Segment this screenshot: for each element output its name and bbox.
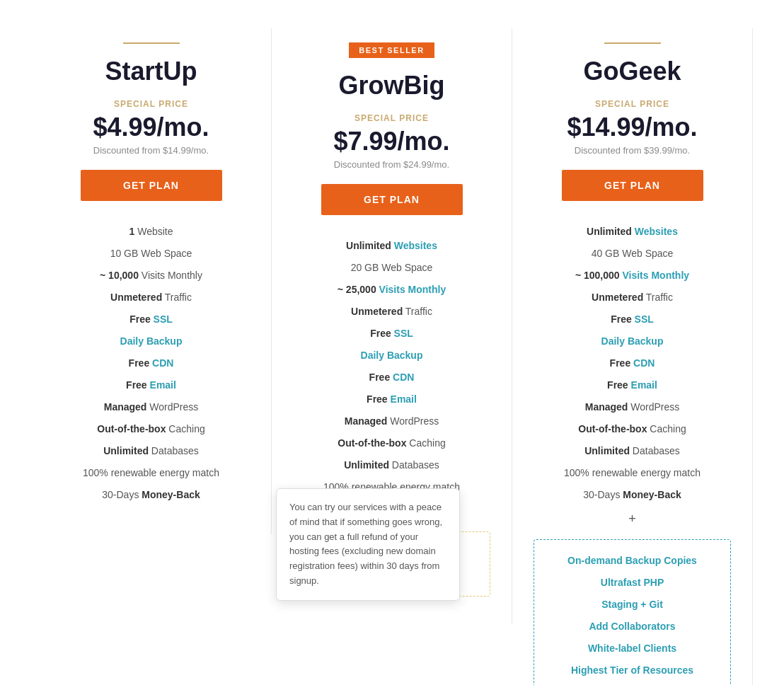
- plus-sign: +: [534, 506, 731, 532]
- feature-email: Free Email: [52, 374, 250, 396]
- feature-wordpress: Managed WordPress: [293, 410, 490, 432]
- discounted-from: Discounted from $39.99/mo.: [534, 145, 731, 156]
- price: $4.99/mo.: [52, 113, 250, 142]
- feature-moneyback: 30-Days Money-Back: [534, 484, 731, 506]
- extra-highest-tier: Highest Tier of Resources: [541, 660, 723, 681]
- feature-cdn: Free CDN: [52, 352, 250, 374]
- feature-cdn: Free CDN: [534, 352, 731, 374]
- pricing-section: StartUp SPECIAL PRICE $4.99/mo. Discount…: [0, 0, 784, 685]
- extra-priority-support: Priority Support: [541, 681, 723, 685]
- feature-wordpress: Managed WordPress: [52, 396, 250, 418]
- best-seller-badge: BEST SELLER: [349, 42, 434, 58]
- features-list: 1 Website 10 GB Web Space ~ 10,000 Visit…: [52, 221, 250, 506]
- extra-ultrafast-php: Ultrafast PHP: [541, 572, 723, 594]
- feature-visits: ~ 10,000 Visits Monthly: [52, 265, 250, 287]
- extra-white-label: White-label Clients: [541, 638, 723, 660]
- feature-websites: Unlimited Websites: [534, 221, 731, 243]
- gogeek-extras-list: On-demand Backup Copies Ultrafast PHP St…: [541, 550, 723, 685]
- feature-wordpress: Managed WordPress: [534, 396, 731, 418]
- plan-startup: StartUp SPECIAL PRICE $4.99/mo. Discount…: [31, 28, 272, 534]
- feature-ssl: Free SSL: [293, 323, 490, 345]
- extra-staging-git: Staging + Git: [541, 594, 723, 616]
- extra-collaborators: Add Collaborators: [541, 616, 723, 638]
- feature-moneyback: 30-Days Money-Back: [52, 484, 250, 506]
- feature-visits: ~ 25,000 Visits Monthly: [293, 279, 490, 301]
- features-list: Unlimited Websites 20 GB Web Space ~ 25,…: [293, 235, 490, 520]
- feature-caching: Out-of-the-box Caching: [52, 418, 250, 440]
- special-price-label: SPECIAL PRICE: [293, 113, 490, 123]
- feature-databases: Unlimited Databases: [52, 440, 250, 462]
- plan-gogeek: GoGeek SPECIAL PRICE $14.99/mo. Discount…: [512, 28, 753, 685]
- feature-ssl: Free SSL: [52, 309, 250, 330]
- feature-webspace: 10 GB Web Space: [52, 243, 250, 265]
- discounted-from: Discounted from $14.99/mo.: [52, 145, 250, 156]
- feature-email: Free Email: [534, 374, 731, 396]
- feature-visits: ~ 100,000 Visits Monthly: [534, 265, 731, 287]
- feature-traffic: Unmetered Traffic: [534, 287, 731, 309]
- extra-on-demand: On-demand Backup Copies: [541, 550, 723, 572]
- get-plan-button[interactable]: GET PLAN: [321, 184, 463, 215]
- feature-webspace: 20 GB Web Space: [293, 257, 490, 279]
- feature-websites: Unlimited Websites: [293, 235, 490, 257]
- discounted-from: Discounted from $24.99/mo.: [293, 159, 490, 170]
- gogeek-extras-box: On-demand Backup Copies Ultrafast PHP St…: [534, 539, 731, 685]
- get-plan-button[interactable]: GET PLAN: [562, 170, 703, 201]
- get-plan-button[interactable]: GET PLAN: [81, 170, 222, 201]
- plan-name: GrowBig: [293, 71, 490, 100]
- feature-caching: Out-of-the-box Caching: [293, 432, 490, 454]
- plan-name: GoGeek: [534, 57, 731, 86]
- price: $7.99/mo.: [293, 127, 490, 156]
- tooltip-text: You can try our services with a peace of…: [289, 502, 442, 586]
- feature-traffic: Unmetered Traffic: [293, 301, 490, 323]
- feature-backup: Daily Backup: [534, 330, 731, 352]
- features-list: Unlimited Websites 40 GB Web Space ~ 100…: [534, 221, 731, 506]
- feature-databases: Unlimited Databases: [293, 454, 490, 476]
- divider-line: [123, 42, 180, 44]
- feature-caching: Out-of-the-box Caching: [534, 418, 731, 440]
- money-back-tooltip: You can try our services with a peace of…: [276, 488, 460, 601]
- feature-email: Free Email: [293, 388, 490, 410]
- plan-name: StartUp: [52, 57, 250, 86]
- feature-websites: 1 Website: [52, 221, 250, 243]
- divider-line: [604, 42, 661, 44]
- feature-traffic: Unmetered Traffic: [52, 287, 250, 309]
- feature-energy: 100% renewable energy match: [534, 462, 731, 484]
- feature-ssl: Free SSL: [534, 309, 731, 330]
- feature-backup: Daily Backup: [52, 330, 250, 352]
- special-price-label: SPECIAL PRICE: [534, 99, 731, 109]
- price: $14.99/mo.: [534, 113, 731, 142]
- feature-backup: Daily Backup: [293, 345, 490, 367]
- feature-webspace: 40 GB Web Space: [534, 243, 731, 265]
- special-price-label: SPECIAL PRICE: [52, 99, 250, 109]
- feature-energy: 100% renewable energy match: [52, 462, 250, 484]
- feature-databases: Unlimited Databases: [534, 440, 731, 462]
- feature-cdn: Free CDN: [293, 367, 490, 388]
